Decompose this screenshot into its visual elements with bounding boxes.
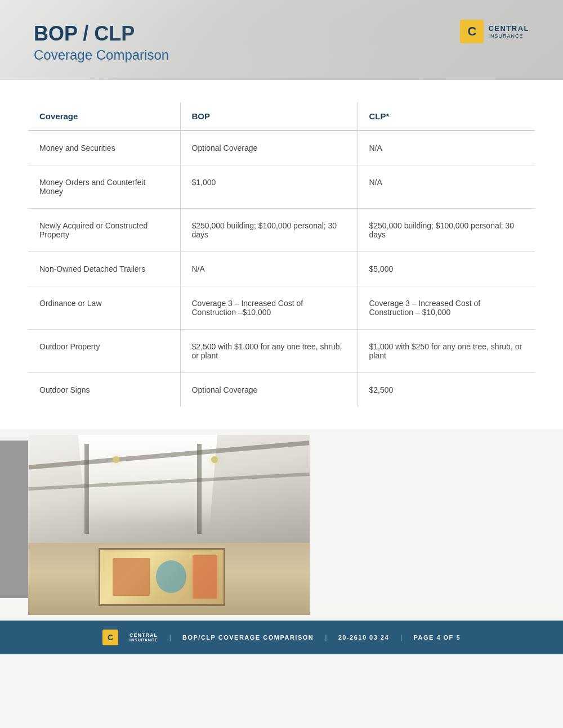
cell-clp: $250,000 building; $100,000 personal; 30… (358, 208, 535, 251)
table-row: Ordinance or LawCoverage 3 – Increased C… (28, 286, 535, 329)
table-row: Outdoor Property$2,500 with $1,000 for a… (28, 329, 535, 372)
cell-clp: N/A (358, 165, 535, 208)
cell-bop: N/A (180, 251, 358, 286)
footer-page: PAGE 4 OF 5 (413, 634, 461, 641)
cell-coverage: Outdoor Property (28, 329, 180, 372)
logo-brand: CENTRAL (488, 24, 529, 33)
cell-clp: $5,000 (358, 251, 535, 286)
logo-tagline: INSURANCE (488, 33, 529, 39)
footer-divider-1: | (169, 633, 171, 641)
cell-coverage: Ordinance or Law (28, 286, 180, 329)
col-header-bop: BOP (180, 102, 358, 131)
header-title: BOP / CLP (34, 23, 529, 45)
cell-bop: $2,500 with $1,000 for any one tree, shr… (180, 329, 358, 372)
footer-logo-icon: C (102, 630, 118, 645)
logo-icon: C (460, 20, 484, 43)
cell-coverage: Non-Owned Detached Trailers (28, 251, 180, 286)
cell-bop: $1,000 (180, 165, 358, 208)
logo-area: C CENTRAL INSURANCE (460, 20, 529, 43)
cell-bop: Coverage 3 – Increased Cost of Construct… (180, 286, 358, 329)
main-content: Coverage BOP CLP* Money and SecuritiesOp… (0, 80, 563, 429)
cell-clp: $1,000 with $250 for any one tree, shrub… (358, 329, 535, 372)
footer-divider-3: | (400, 633, 402, 641)
table-row: Outdoor SignsOptional Coverage$2,500 (28, 372, 535, 407)
col-header-clp: CLP* (358, 102, 535, 131)
comparison-table: Coverage BOP CLP* Money and SecuritiesOp… (28, 102, 535, 407)
cell-coverage: Money and Securities (28, 131, 180, 165)
footer-brand: CENTRAL (129, 632, 158, 638)
page-footer: C CENTRAL INSURANCE | BOP/CLP COVERAGE C… (0, 621, 563, 654)
interior-image (28, 435, 310, 615)
col-header-coverage: Coverage (28, 102, 180, 131)
cell-bop: $250,000 building; $100,000 personal; 30… (180, 208, 358, 251)
cell-clp: N/A (358, 131, 535, 165)
header-subtitle: Coverage Comparison (34, 47, 529, 63)
cell-coverage: Newly Acquired or Constructed Property (28, 208, 180, 251)
footer-tagline: INSURANCE (129, 638, 158, 642)
cell-clp: $2,500 (358, 372, 535, 407)
cell-coverage: Money Orders and Counterfeit Money (28, 165, 180, 208)
image-section (0, 429, 563, 621)
cell-coverage: Outdoor Signs (28, 372, 180, 407)
cell-bop: Optional Coverage (180, 372, 358, 407)
table-row: Money and SecuritiesOptional CoverageN/A (28, 131, 535, 165)
cell-bop: Optional Coverage (180, 131, 358, 165)
table-row: Newly Acquired or Constructed Property$2… (28, 208, 535, 251)
table-row: Money Orders and Counterfeit Money$1,000… (28, 165, 535, 208)
cell-clp: Coverage 3 – Increased Cost of Construct… (358, 286, 535, 329)
footer-doc-number: 20-2610 03 24 (338, 634, 389, 641)
footer-doc-title: BOP/CLP COVERAGE COMPARISON (182, 634, 314, 641)
footer-divider-2: | (325, 633, 327, 641)
page-header: BOP / CLP Coverage Comparison C CENTRAL … (0, 0, 563, 80)
table-row: Non-Owned Detached TrailersN/A$5,000 (28, 251, 535, 286)
